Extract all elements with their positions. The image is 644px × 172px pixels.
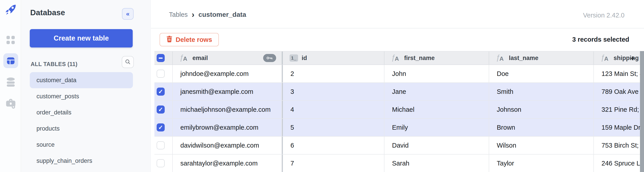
- row-checkbox-cell: ✓: [154, 101, 173, 118]
- version-label: Version 2.42.0: [583, 12, 624, 19]
- icon-rail: [0, 0, 21, 172]
- table-row: ✓ emilybrown@example.com 5 Emily Brown 1…: [154, 119, 644, 137]
- cell-first-name[interactable]: Emily: [384, 119, 489, 136]
- cell-first-name[interactable]: Michael: [384, 101, 489, 118]
- row-checkbox-cell: [154, 65, 173, 82]
- column-header-email[interactable]: ƒA email: [173, 52, 282, 65]
- cell-last-name[interactable]: Brown: [489, 119, 594, 136]
- delete-rows-label: Delete rows: [176, 36, 212, 44]
- cell-email[interactable]: michaeljohnson@example.com: [173, 101, 282, 118]
- apps-grid-icon[interactable]: [0, 36, 21, 44]
- cell-shipping[interactable]: 789 Oak Ave: [594, 83, 644, 100]
- cell-shipping[interactable]: 159 Maple Dr: [594, 119, 644, 136]
- tables-nav-icon[interactable]: [0, 53, 21, 68]
- database-nav-icon[interactable]: [0, 77, 21, 88]
- breadcrumb-tables-link[interactable]: Tables: [169, 11, 188, 18]
- search-tables-button[interactable]: [122, 56, 134, 68]
- sidebar-table-item-label: customer_posts: [36, 93, 79, 100]
- sidebar-table-item[interactable]: products: [30, 120, 133, 137]
- text-type-icon: ƒA: [600, 54, 610, 63]
- row-checkbox-cell: ✓: [154, 83, 173, 100]
- create-new-table-button[interactable]: Create new table: [30, 29, 133, 48]
- table-row: davidwilson@example.com 6 David Wilson 7…: [154, 137, 644, 154]
- cell-email[interactable]: emilybrown@example.com: [173, 119, 282, 136]
- cell-id[interactable]: 7: [282, 154, 384, 172]
- cell-shipping[interactable]: 246 Spruce Ln: [594, 154, 644, 172]
- table-row: sarahtaylor@example.com 7 Sarah Taylor 2…: [154, 154, 644, 172]
- cell-first-name[interactable]: John: [384, 65, 489, 82]
- row-checkbox[interactable]: ✓: [157, 105, 165, 114]
- page-title: Database: [30, 8, 65, 17]
- primary-key-icon: [263, 54, 276, 62]
- sidebar: Database « Create new table ALL TABLES (…: [22, 0, 151, 172]
- sidebar-table-item[interactable]: order_details: [30, 104, 133, 120]
- main-panel: Tables › customer_data Version 2.42.0 De…: [151, 0, 644, 172]
- row-checkbox-cell: [154, 154, 173, 172]
- cell-shipping[interactable]: 123 Main St; 456 E: [594, 65, 644, 82]
- cell-last-name[interactable]: Doe: [489, 65, 594, 82]
- sidebar-table-item[interactable]: customer_data: [30, 72, 133, 88]
- active-nav-pill: [3, 53, 18, 68]
- add-column-button[interactable]: +: [628, 54, 637, 63]
- cell-id[interactable]: 6: [282, 137, 384, 154]
- column-header-id[interactable]: 1_ id: [282, 52, 384, 65]
- app-logo-rocket-icon[interactable]: [0, 4, 21, 16]
- table-header-row: ƒA email 1_ id ƒA first_name: [154, 51, 644, 65]
- data-table: ƒA email 1_ id ƒA first_name: [154, 51, 644, 172]
- cell-email[interactable]: janesmith@example.com: [173, 83, 282, 100]
- select-all-checkbox[interactable]: [157, 54, 165, 62]
- sidebar-table-item[interactable]: supply_chain_orders: [30, 153, 133, 169]
- cell-last-name[interactable]: Taylor: [489, 154, 594, 172]
- row-checkbox[interactable]: [157, 70, 165, 78]
- cell-email[interactable]: davidwilson@example.com: [173, 137, 282, 154]
- cell-last-name[interactable]: Smith: [489, 83, 594, 100]
- sidebar-table-item-label: order_details: [36, 109, 72, 116]
- delete-rows-button[interactable]: Delete rows: [160, 33, 219, 46]
- sidebar-table-item-label: source: [36, 141, 54, 148]
- breadcrumb: Tables › customer_data: [169, 11, 246, 18]
- row-checkbox[interactable]: [157, 159, 165, 167]
- row-checkbox-cell: [154, 137, 173, 154]
- table-row: ✓ michaeljohnson@example.com 4 Michael J…: [154, 101, 644, 119]
- cell-id[interactable]: 4: [282, 101, 384, 118]
- sidebar-table-item-label: products: [36, 125, 60, 132]
- row-checkbox-cell: ✓: [154, 119, 173, 136]
- column-header-last-name[interactable]: ƒA last_name: [489, 52, 594, 65]
- chevrons-left-icon: «: [126, 10, 130, 18]
- row-checkbox[interactable]: ✓: [157, 123, 165, 131]
- vertical-scrollbar[interactable]: [640, 51, 644, 172]
- table-row: ✓ janesmith@example.com 3 Jane Smith 789…: [154, 83, 644, 101]
- main-header: Tables › customer_data Version 2.42.0: [151, 0, 644, 29]
- column-header-first-name[interactable]: ƒA first_name: [384, 52, 489, 65]
- app-root: Database « Create new table ALL TABLES (…: [0, 0, 644, 172]
- row-checkbox[interactable]: [157, 141, 165, 149]
- tables-list: customer_data customer_posts order_detai…: [22, 72, 150, 169]
- header-checkbox-cell: [154, 52, 173, 65]
- cell-email[interactable]: johndoe@example.com: [173, 65, 282, 82]
- all-tables-heading: ALL TABLES (11): [31, 61, 78, 67]
- number-type-icon: 1_: [290, 54, 298, 62]
- row-checkbox[interactable]: ✓: [157, 88, 165, 96]
- cell-shipping[interactable]: 753 Birch St; 951 W: [594, 137, 644, 154]
- cell-id[interactable]: 3: [282, 83, 384, 100]
- sidebar-table-item[interactable]: customer_posts: [30, 88, 133, 104]
- cell-first-name[interactable]: Jane: [384, 83, 489, 100]
- toolbox-nav-icon[interactable]: [0, 98, 21, 109]
- column-label: first_name: [404, 55, 435, 62]
- cell-first-name[interactable]: Sarah: [384, 154, 489, 172]
- cell-shipping[interactable]: 321 Pine Rd; 654 C: [594, 101, 644, 118]
- text-type-icon: ƒA: [496, 54, 505, 63]
- search-icon: [125, 59, 131, 66]
- cell-last-name[interactable]: Wilson: [489, 137, 594, 154]
- text-type-icon: ƒA: [391, 54, 400, 63]
- column-label: id: [302, 55, 307, 62]
- cell-email[interactable]: sarahtaylor@example.com: [173, 154, 282, 172]
- cell-first-name[interactable]: David: [384, 137, 489, 154]
- collapse-sidebar-button[interactable]: «: [122, 8, 134, 20]
- column-label: last_name: [509, 55, 538, 62]
- cell-last-name[interactable]: Johnson: [489, 101, 594, 118]
- breadcrumb-current-table: customer_data: [198, 11, 246, 18]
- sidebar-table-item[interactable]: source: [30, 137, 133, 153]
- cell-id[interactable]: 2: [282, 65, 384, 82]
- cell-id[interactable]: 5: [282, 119, 384, 136]
